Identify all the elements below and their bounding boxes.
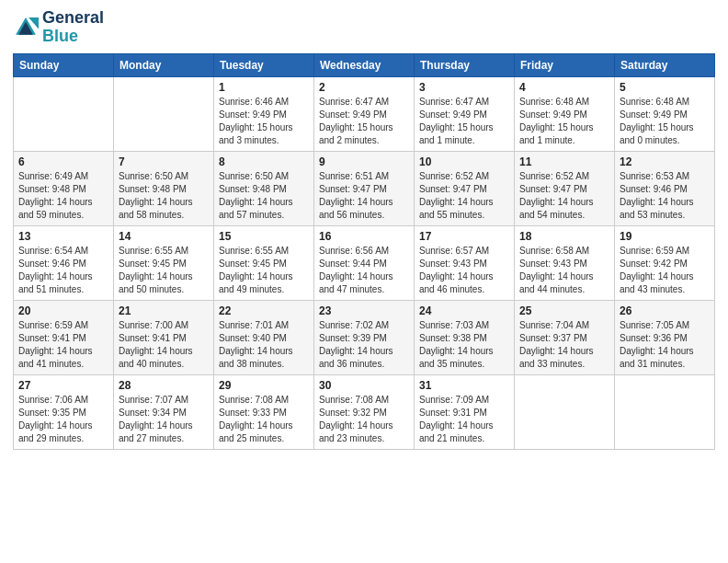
day-info: Sunrise: 6:51 AMSunset: 9:47 PMDaylight:… <box>319 170 409 222</box>
calendar-cell: 3Sunrise: 6:47 AMSunset: 9:49 PMDaylight… <box>415 76 515 151</box>
calendar-cell: 30Sunrise: 7:08 AMSunset: 9:32 PMDayligh… <box>314 374 415 449</box>
day-number: 9 <box>319 155 409 168</box>
day-number: 20 <box>18 304 108 317</box>
day-number: 13 <box>18 230 108 243</box>
calendar-header-row: SundayMondayTuesdayWednesdayThursdayFrid… <box>14 53 715 76</box>
calendar-week-1: 1Sunrise: 6:46 AMSunset: 9:49 PMDaylight… <box>14 76 715 151</box>
day-number: 3 <box>419 81 509 94</box>
calendar-cell <box>615 374 715 449</box>
day-info: Sunrise: 6:52 AMSunset: 9:47 PMDaylight:… <box>519 170 609 222</box>
calendar-cell: 16Sunrise: 6:56 AMSunset: 9:44 PMDayligh… <box>314 225 415 300</box>
day-info: Sunrise: 6:59 AMSunset: 9:42 PMDaylight:… <box>620 245 710 296</box>
calendar-week-2: 6Sunrise: 6:49 AMSunset: 9:48 PMDaylight… <box>14 151 715 225</box>
calendar-cell: 13Sunrise: 6:54 AMSunset: 9:46 PMDayligh… <box>14 225 114 300</box>
weekday-header-monday: Monday <box>114 53 214 76</box>
header: General Blue <box>13 9 715 46</box>
day-number: 24 <box>419 304 509 317</box>
calendar-cell: 10Sunrise: 6:52 AMSunset: 9:47 PMDayligh… <box>415 151 515 225</box>
day-info: Sunrise: 7:05 AMSunset: 9:36 PMDaylight:… <box>620 319 710 371</box>
day-number: 30 <box>319 379 409 392</box>
calendar-cell: 24Sunrise: 7:03 AMSunset: 9:38 PMDayligh… <box>415 300 515 374</box>
calendar: SundayMondayTuesdayWednesdayThursdayFrid… <box>13 53 715 450</box>
calendar-week-3: 13Sunrise: 6:54 AMSunset: 9:46 PMDayligh… <box>14 225 715 300</box>
calendar-week-5: 27Sunrise: 7:06 AMSunset: 9:35 PMDayligh… <box>14 374 715 449</box>
calendar-cell: 7Sunrise: 6:50 AMSunset: 9:48 PMDaylight… <box>114 151 214 225</box>
day-info: Sunrise: 7:04 AMSunset: 9:37 PMDaylight:… <box>519 319 609 371</box>
weekday-header-sunday: Sunday <box>14 53 114 76</box>
day-info: Sunrise: 6:46 AMSunset: 9:49 PMDaylight:… <box>219 96 309 147</box>
calendar-cell: 11Sunrise: 6:52 AMSunset: 9:47 PMDayligh… <box>515 151 615 225</box>
calendar-cell: 1Sunrise: 6:46 AMSunset: 9:49 PMDaylight… <box>214 76 314 151</box>
calendar-cell: 23Sunrise: 7:02 AMSunset: 9:39 PMDayligh… <box>314 300 415 374</box>
day-info: Sunrise: 7:09 AMSunset: 9:31 PMDaylight:… <box>419 394 509 445</box>
day-info: Sunrise: 6:48 AMSunset: 9:49 PMDaylight:… <box>620 96 710 147</box>
calendar-week-4: 20Sunrise: 6:59 AMSunset: 9:41 PMDayligh… <box>14 300 715 374</box>
calendar-cell: 31Sunrise: 7:09 AMSunset: 9:31 PMDayligh… <box>415 374 515 449</box>
day-number: 31 <box>419 379 509 392</box>
calendar-cell: 9Sunrise: 6:51 AMSunset: 9:47 PMDaylight… <box>314 151 415 225</box>
day-number: 15 <box>219 230 309 243</box>
day-number: 8 <box>219 155 309 168</box>
day-info: Sunrise: 7:08 AMSunset: 9:32 PMDaylight:… <box>319 394 409 445</box>
day-number: 25 <box>519 304 609 317</box>
day-number: 5 <box>620 81 710 94</box>
calendar-cell: 17Sunrise: 6:57 AMSunset: 9:43 PMDayligh… <box>415 225 515 300</box>
calendar-cell: 12Sunrise: 6:53 AMSunset: 9:46 PMDayligh… <box>615 151 715 225</box>
day-info: Sunrise: 6:50 AMSunset: 9:48 PMDaylight:… <box>219 170 309 222</box>
calendar-cell: 27Sunrise: 7:06 AMSunset: 9:35 PMDayligh… <box>14 374 114 449</box>
logo: General Blue <box>13 9 104 46</box>
weekday-header-friday: Friday <box>515 53 615 76</box>
calendar-cell: 15Sunrise: 6:55 AMSunset: 9:45 PMDayligh… <box>214 225 314 300</box>
day-number: 1 <box>219 81 309 94</box>
logo-icon <box>13 15 39 40</box>
day-number: 26 <box>620 304 710 317</box>
calendar-cell: 21Sunrise: 7:00 AMSunset: 9:41 PMDayligh… <box>114 300 214 374</box>
day-info: Sunrise: 6:47 AMSunset: 9:49 PMDaylight:… <box>419 96 509 147</box>
day-number: 14 <box>119 230 209 243</box>
calendar-cell <box>114 76 214 151</box>
weekday-header-thursday: Thursday <box>415 53 515 76</box>
day-info: Sunrise: 6:58 AMSunset: 9:43 PMDaylight:… <box>519 245 609 296</box>
day-number: 4 <box>519 81 609 94</box>
day-number: 12 <box>620 155 710 168</box>
day-info: Sunrise: 7:00 AMSunset: 9:41 PMDaylight:… <box>119 319 209 371</box>
day-info: Sunrise: 6:55 AMSunset: 9:45 PMDaylight:… <box>219 245 309 296</box>
day-info: Sunrise: 6:52 AMSunset: 9:47 PMDaylight:… <box>419 170 509 222</box>
calendar-cell <box>515 374 615 449</box>
day-info: Sunrise: 6:53 AMSunset: 9:46 PMDaylight:… <box>620 170 710 222</box>
day-number: 10 <box>419 155 509 168</box>
day-number: 17 <box>419 230 509 243</box>
calendar-cell: 2Sunrise: 6:47 AMSunset: 9:49 PMDaylight… <box>314 76 415 151</box>
day-info: Sunrise: 6:56 AMSunset: 9:44 PMDaylight:… <box>319 245 409 296</box>
day-number: 27 <box>18 379 108 392</box>
day-info: Sunrise: 7:06 AMSunset: 9:35 PMDaylight:… <box>18 394 108 445</box>
day-number: 7 <box>119 155 209 168</box>
logo-text: General Blue <box>42 9 104 46</box>
day-info: Sunrise: 7:08 AMSunset: 9:33 PMDaylight:… <box>219 394 309 445</box>
day-number: 2 <box>319 81 409 94</box>
weekday-header-wednesday: Wednesday <box>314 53 415 76</box>
day-info: Sunrise: 6:49 AMSunset: 9:48 PMDaylight:… <box>18 170 108 222</box>
weekday-header-tuesday: Tuesday <box>214 53 314 76</box>
calendar-cell: 5Sunrise: 6:48 AMSunset: 9:49 PMDaylight… <box>615 76 715 151</box>
day-info: Sunrise: 6:59 AMSunset: 9:41 PMDaylight:… <box>18 319 108 371</box>
weekday-header-saturday: Saturday <box>615 53 715 76</box>
day-info: Sunrise: 6:48 AMSunset: 9:49 PMDaylight:… <box>519 96 609 147</box>
calendar-cell: 29Sunrise: 7:08 AMSunset: 9:33 PMDayligh… <box>214 374 314 449</box>
day-info: Sunrise: 7:03 AMSunset: 9:38 PMDaylight:… <box>419 319 509 371</box>
day-number: 19 <box>620 230 710 243</box>
calendar-cell: 8Sunrise: 6:50 AMSunset: 9:48 PMDaylight… <box>214 151 314 225</box>
day-info: Sunrise: 7:01 AMSunset: 9:40 PMDaylight:… <box>219 319 309 371</box>
day-info: Sunrise: 6:55 AMSunset: 9:45 PMDaylight:… <box>119 245 209 296</box>
day-number: 28 <box>119 379 209 392</box>
calendar-cell: 4Sunrise: 6:48 AMSunset: 9:49 PMDaylight… <box>515 76 615 151</box>
day-number: 21 <box>119 304 209 317</box>
day-number: 23 <box>319 304 409 317</box>
day-info: Sunrise: 6:50 AMSunset: 9:48 PMDaylight:… <box>119 170 209 222</box>
day-number: 29 <box>219 379 309 392</box>
day-info: Sunrise: 7:07 AMSunset: 9:34 PMDaylight:… <box>119 394 209 445</box>
calendar-cell: 22Sunrise: 7:01 AMSunset: 9:40 PMDayligh… <box>214 300 314 374</box>
day-info: Sunrise: 6:54 AMSunset: 9:46 PMDaylight:… <box>18 245 108 296</box>
page: General Blue SundayMondayTuesdayWednesda… <box>0 0 728 563</box>
calendar-cell: 20Sunrise: 6:59 AMSunset: 9:41 PMDayligh… <box>14 300 114 374</box>
